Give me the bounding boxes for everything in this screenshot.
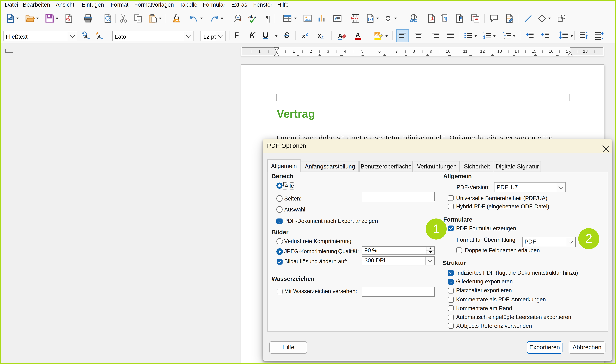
svg-text:a: a [237,15,239,19]
svg-text:A: A [338,32,343,39]
svg-text:1: 1 [503,31,505,35]
svg-text:abc: abc [248,14,256,19]
svg-text:ab: ab [375,32,380,36]
svg-text:¶: ¶ [266,14,270,23]
svg-text:[i]: [i] [443,16,447,21]
svg-text:A: A [355,31,360,39]
svg-text:A: A [97,34,101,40]
svg-text:3: 3 [483,36,485,39]
svg-text:A: A [335,16,338,21]
svg-text:A: A [84,34,88,40]
svg-text:Ω: Ω [385,14,391,23]
svg-text:1: 1 [431,16,434,20]
svg-text:d: d [239,18,241,21]
